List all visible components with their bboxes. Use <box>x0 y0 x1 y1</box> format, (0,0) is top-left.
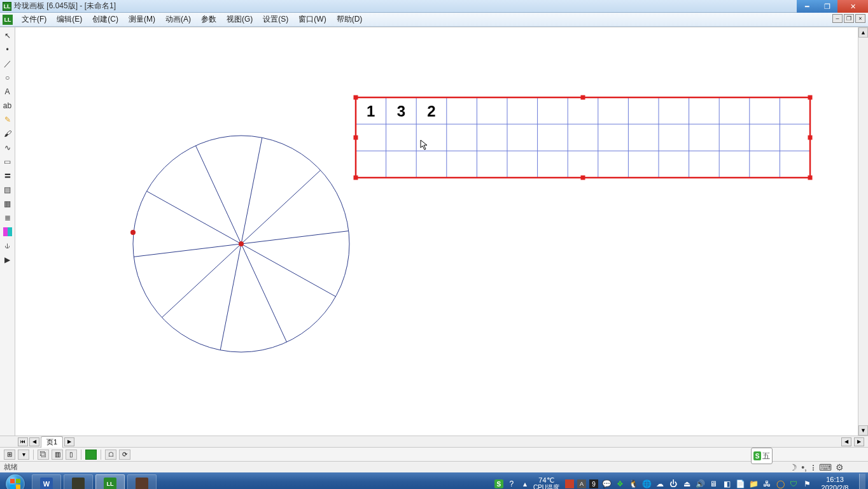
titlebar: LL 玲珑画板 [6.045版] - [未命名1] ━ ❐ ✕ <box>0 0 868 13</box>
ime-gear-icon[interactable]: ⚙ <box>836 462 844 472</box>
clock[interactable]: 16:13 2020/2/8 <box>818 476 852 489</box>
grid-icon[interactable]: ⊞ <box>4 450 15 460</box>
page-prev[interactable]: ◀ <box>29 437 39 446</box>
ime-sogou-icon: S <box>753 451 761 460</box>
tray-adobe-icon[interactable]: A <box>577 479 586 488</box>
page-next[interactable]: ▶ <box>64 437 74 446</box>
svg-rect-35 <box>354 176 358 180</box>
taskbar-item-linglong[interactable]: LL <box>95 474 125 489</box>
refresh-icon[interactable]: ⟳ <box>119 450 130 460</box>
tray-calendar-icon[interactable] <box>565 479 574 488</box>
tray-msg-icon[interactable]: 💬 <box>601 479 612 489</box>
play-icon[interactable] <box>85 450 97 460</box>
hscroll-left[interactable]: ◀ <box>841 437 851 446</box>
tray-app-icon[interactable]: ◧ <box>722 479 732 489</box>
menu-file[interactable]: 文件(F) <box>17 13 52 26</box>
tool-grid3[interactable]: ▤ <box>2 184 13 195</box>
menu-settings[interactable]: 设置(S) <box>258 13 293 26</box>
drawing-canvas[interactable]: 132 <box>15 27 858 422</box>
tray-doc-icon[interactable]: 📄 <box>735 479 745 489</box>
taskbar-item-app1[interactable] <box>64 474 93 489</box>
ime-menu-icon[interactable]: ⫶ <box>811 462 815 472</box>
page-tab-1[interactable]: 页1 <box>41 436 63 448</box>
mdi-minimize[interactable]: – <box>832 14 843 23</box>
menu-params[interactable]: 参数 <box>196 13 221 26</box>
start-button[interactable] <box>0 472 31 489</box>
minimize-button[interactable]: ━ <box>797 0 817 13</box>
close-button[interactable]: ✕ <box>837 0 868 13</box>
cpu-temp[interactable]: 74℃ CPU温度 <box>533 476 559 489</box>
menu-help[interactable]: 帮助(D) <box>332 13 368 26</box>
tray-power-icon[interactable]: ⏻ <box>668 479 678 489</box>
svg-rect-31 <box>581 96 585 100</box>
menu-create[interactable]: 创建(C) <box>87 13 123 26</box>
tool-grid4[interactable]: ▦ <box>2 198 13 209</box>
tool-play[interactable]: ▶ <box>2 254 13 266</box>
menu-edit[interactable]: 编辑(E) <box>52 13 87 26</box>
ime-keyboard-icon[interactable]: ⌨ <box>819 462 832 472</box>
doc-icon-btn[interactable]: ▯ <box>66 450 77 460</box>
tray-eject-icon[interactable]: ⏏ <box>682 479 692 489</box>
svg-rect-33 <box>354 136 358 140</box>
tray-network-icon[interactable]: 🖧 <box>762 479 772 489</box>
svg-rect-39 <box>16 479 20 483</box>
svg-rect-40 <box>10 485 15 489</box>
person-icon[interactable]: ☖ <box>105 450 116 460</box>
tool-lines[interactable]: ≣ <box>2 212 13 223</box>
cpu-temp-label: CPU温度 <box>533 484 559 489</box>
tray-monitor-icon[interactable]: 🖥 <box>708 479 718 489</box>
tray-flag-icon[interactable]: ⚑ <box>802 479 812 489</box>
tray-cloud-icon[interactable]: ☁ <box>655 479 665 489</box>
tray-help-icon[interactable]: ? <box>507 479 517 489</box>
ime-dot-icon: •, <box>801 462 807 472</box>
mdi-restore[interactable]: ❐ <box>844 14 854 23</box>
svg-line-5 <box>162 244 241 318</box>
copy-icon[interactable]: ⿻ <box>38 450 49 460</box>
tool-polyline[interactable]: ∿ <box>2 142 13 153</box>
tool-circle[interactable]: ○ <box>2 72 13 83</box>
tray-volume-icon[interactable]: 🔊 <box>695 479 705 489</box>
taskbar-item-app2[interactable] <box>127 474 157 489</box>
tool-brush[interactable]: 🖌 <box>2 128 13 139</box>
tool-line[interactable]: ／ <box>2 58 13 69</box>
tool-chart[interactable]: ⫝ <box>2 240 13 252</box>
hscroll-right[interactable]: ▶ <box>854 437 864 446</box>
tray-360-icon[interactable]: ◯ <box>775 479 785 489</box>
tray-shield-icon[interactable]: 🛡 <box>788 479 799 489</box>
clock-date: 2020/2/8 <box>818 484 852 489</box>
scroll-down-button[interactable]: ▼ <box>858 425 868 436</box>
tool-rect[interactable]: ▭ <box>2 156 13 167</box>
tool-pencil[interactable]: ✎ <box>2 114 13 125</box>
tray-up-icon[interactable]: ▴ <box>520 479 530 489</box>
tool-text-ab[interactable]: ab <box>2 100 13 111</box>
menu-animate[interactable]: 动画(A) <box>160 13 196 26</box>
tool-color[interactable] <box>2 226 13 237</box>
menu-view[interactable]: 视图(G) <box>221 13 258 26</box>
ime-moon-icon: ☽ <box>789 462 797 472</box>
tray-nine-icon[interactable]: 9 <box>589 479 598 488</box>
window-controls: ━ ❐ ✕ <box>797 0 868 13</box>
chevron-down-icon[interactable]: ▾ <box>18 450 29 460</box>
taskbar-item-word[interactable]: W <box>32 474 61 489</box>
tray-penguin-icon[interactable]: 🐧 <box>628 479 638 489</box>
canvas-area[interactable]: 132 <box>15 27 858 436</box>
tool-point[interactable]: • <box>2 44 13 55</box>
tray-wechat-icon[interactable]: ❖ <box>615 479 625 489</box>
tray-sogou-icon[interactable]: S <box>494 479 503 488</box>
vertical-scrollbar[interactable]: ▲ ▼ <box>858 27 868 436</box>
layers-icon[interactable]: ▥ <box>52 450 63 460</box>
tool-equals[interactable]: 〓 <box>2 170 13 181</box>
mdi-close[interactable]: × <box>855 14 865 23</box>
menu-window[interactable]: 窗口(W) <box>293 13 331 26</box>
tool-pointer[interactable]: ↖ <box>2 30 13 41</box>
page-first[interactable]: ⏮ <box>18 437 28 446</box>
ime-indicator[interactable]: S 五 <box>751 448 773 464</box>
tray-folder-icon[interactable]: 📁 <box>748 479 759 489</box>
menu-measure[interactable]: 测量(M) <box>123 13 160 26</box>
svg-rect-30 <box>354 96 358 100</box>
tray-globe-icon[interactable]: 🌐 <box>641 479 652 489</box>
show-desktop-button[interactable] <box>859 474 865 489</box>
scroll-up-button[interactable]: ▲ <box>858 27 868 38</box>
maximize-button[interactable]: ❐ <box>817 0 837 13</box>
tool-text-A[interactable]: A <box>2 86 13 97</box>
